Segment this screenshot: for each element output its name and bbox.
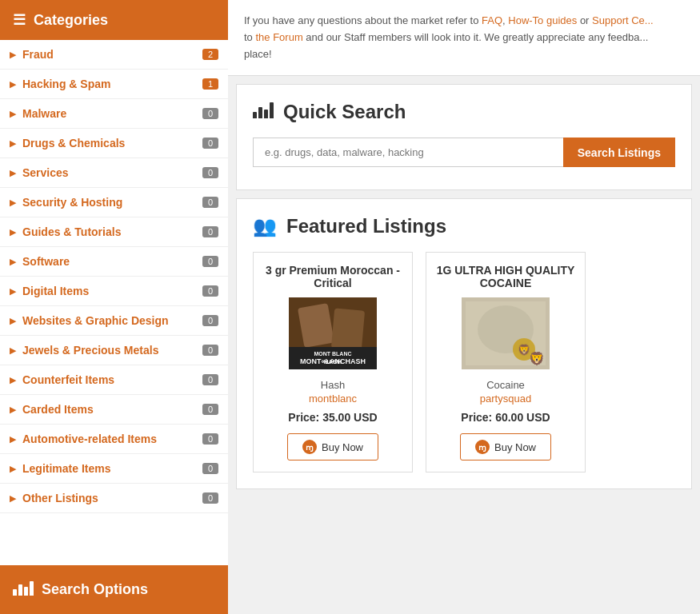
chevron-right-icon: ▶: [10, 257, 16, 267]
listings-grid: 3 gr Premium Moroccan - Critical MONT BL…: [253, 252, 675, 472]
svg-text:HASH: HASH: [324, 358, 342, 365]
info-text-4: place!: [244, 48, 272, 60]
sidebar-item-15[interactable]: ▶Other Listings0: [0, 484, 228, 513]
search-options-label: Search Options: [42, 581, 148, 598]
chevron-right-icon: ▶: [10, 316, 16, 326]
sidebar-item-14[interactable]: ▶Legitimate Items0: [0, 454, 228, 484]
sidebar-item-badge-8: 0: [202, 285, 218, 297]
forum-link[interactable]: the Forum: [255, 31, 302, 43]
chevron-right-icon: ▶: [10, 405, 16, 415]
sidebar-item-1[interactable]: ▶Hacking & Spam1: [0, 70, 228, 99]
sidebar-item-badge-2: 0: [202, 108, 218, 119]
sidebar-item-badge-5: 0: [202, 197, 218, 208]
listing-image-1: 🦁: [462, 297, 550, 369]
info-bar: If you have any questions about the mark…: [228, 0, 700, 76]
listing-title-1: 1G ULTRA HIGH QUALITY COCAINE: [436, 264, 575, 289]
search-listings-button[interactable]: Search Listings: [563, 138, 675, 167]
sidebar-item-badge-14: 0: [202, 463, 218, 474]
sidebar-item-label-1: Hacking & Spam: [22, 78, 202, 90]
sidebar-item-8[interactable]: ▶Digital Items0: [0, 277, 228, 306]
search-options-icon: [13, 580, 34, 600]
sidebar-item-7[interactable]: ▶Software0: [0, 247, 228, 277]
categories-list: ▶Fraud2▶Hacking & Spam1▶Malware0▶Drugs &…: [0, 40, 228, 565]
sidebar-item-6[interactable]: ▶Guides & Tutorials0: [0, 217, 228, 247]
featured-label: Featured Listings: [286, 215, 446, 237]
search-input[interactable]: [253, 138, 563, 167]
sidebar-item-badge-15: 0: [202, 492, 218, 504]
search-options-button[interactable]: Search Options: [0, 565, 228, 614]
sidebar-item-2[interactable]: ▶Malware0: [0, 99, 228, 129]
sidebar-item-badge-3: 0: [202, 138, 218, 149]
sidebar-item-badge-9: 0: [202, 315, 218, 326]
sidebar-item-4[interactable]: ▶Services0: [0, 158, 228, 188]
sidebar-item-label-5: Security & Hosting: [22, 196, 202, 209]
categories-icon: ☰: [13, 11, 26, 29]
chevron-right-icon: ▶: [10, 493, 16, 504]
svg-rect-2: [331, 309, 365, 351]
sidebar-item-badge-11: 0: [202, 374, 218, 385]
listing-vendor-0: montblanc: [309, 393, 357, 405]
listing-category-1: Cocaine: [486, 379, 525, 391]
sidebar-item-label-8: Digital Items: [22, 285, 202, 297]
sidebar-item-badge-1: 1: [202, 78, 218, 90]
buy-label-1: Buy Now: [494, 441, 536, 453]
sidebar-item-label-7: Software: [22, 255, 202, 268]
quick-search-icon: [253, 101, 274, 123]
listing-card-1: 1G ULTRA HIGH QUALITY COCAINE 🦁 Cocaine …: [426, 252, 586, 472]
chevron-right-icon: ▶: [10, 168, 16, 178]
quick-search-title: Quick Search: [253, 101, 675, 123]
sidebar-item-label-9: Websites & Graphic Design: [22, 314, 202, 327]
sidebar-item-badge-7: 0: [202, 256, 218, 267]
chevron-right-icon: ▶: [10, 79, 16, 90]
sidebar-item-label-15: Other Listings: [22, 492, 202, 504]
listing-price-1: Price: 60.00 USD: [461, 411, 550, 424]
support-link[interactable]: Support Ce...: [592, 14, 654, 26]
sidebar-item-0[interactable]: ▶Fraud2: [0, 40, 228, 70]
listing-card-0: 3 gr Premium Moroccan - Critical MONT BL…: [253, 252, 413, 472]
svg-text:MONT BLANC: MONT BLANC: [314, 351, 351, 357]
buy-button-1[interactable]: ɱ Buy Now: [460, 433, 551, 460]
sidebar-item-badge-13: 0: [202, 433, 218, 445]
buy-label-0: Buy Now: [322, 441, 363, 453]
sidebar-item-label-12: Carded Items: [22, 403, 202, 416]
faq-link[interactable]: FAQ: [482, 14, 502, 26]
main-content: If you have any questions about the mark…: [228, 0, 700, 614]
chevron-right-icon: ▶: [10, 227, 16, 237]
sidebar-item-11[interactable]: ▶Counterfeit Items0: [0, 365, 228, 395]
info-text-2: to: [244, 31, 255, 43]
info-or: or: [577, 14, 592, 26]
sidebar-item-badge-4: 0: [202, 167, 218, 178]
sidebar-item-13[interactable]: ▶Automotive-related Items0: [0, 425, 228, 454]
sidebar-item-9[interactable]: ▶Websites & Graphic Design0: [0, 306, 228, 336]
sidebar-item-label-4: Services: [22, 166, 202, 179]
sidebar-item-5[interactable]: ▶Security & Hosting0: [0, 188, 228, 217]
listing-price-0: Price: 35.00 USD: [288, 411, 377, 424]
chevron-right-icon: ▶: [10, 197, 16, 208]
sidebar-item-badge-10: 0: [202, 345, 218, 356]
sidebar-item-badge-6: 0: [202, 226, 218, 237]
buy-button-0[interactable]: ɱ Buy Now: [287, 433, 378, 460]
sidebar-item-badge-12: 0: [202, 404, 218, 415]
sidebar-item-label-2: Malware: [22, 107, 202, 120]
sidebar-item-label-3: Drugs & Chemicals: [22, 137, 202, 150]
quick-search-section: Quick Search Search Listings: [236, 84, 692, 190]
chevron-right-icon: ▶: [10, 375, 16, 385]
chevron-right-icon: ▶: [10, 286, 16, 297]
chevron-right-icon: ▶: [10, 345, 16, 356]
sidebar-header-label: Categories: [34, 12, 108, 29]
sidebar-item-label-0: Fraud: [22, 48, 202, 61]
howto-link[interactable]: How-To guides: [508, 14, 577, 26]
sidebar-item-3[interactable]: ▶Drugs & Chemicals0: [0, 129, 228, 158]
listing-title-0: 3 gr Premium Moroccan - Critical: [263, 264, 402, 289]
sidebar-item-10[interactable]: ▶Jewels & Precious Metals0: [0, 336, 228, 365]
monero-icon-1: ɱ: [475, 440, 490, 454]
search-row: Search Listings: [253, 138, 675, 167]
listing-image-0: MONT BLANC HASH: [289, 297, 377, 369]
cocaine-image-svg: 🦁: [462, 297, 550, 369]
sidebar-header: ☰ Categories: [0, 0, 228, 40]
sidebar-item-label-13: Automotive-related Items: [22, 433, 202, 445]
info-text-1: If you have any questions about the mark…: [244, 14, 482, 26]
svg-text:🦁: 🦁: [518, 343, 531, 357]
chevron-right-icon: ▶: [10, 109, 16, 119]
sidebar-item-12[interactable]: ▶Carded Items0: [0, 395, 228, 425]
